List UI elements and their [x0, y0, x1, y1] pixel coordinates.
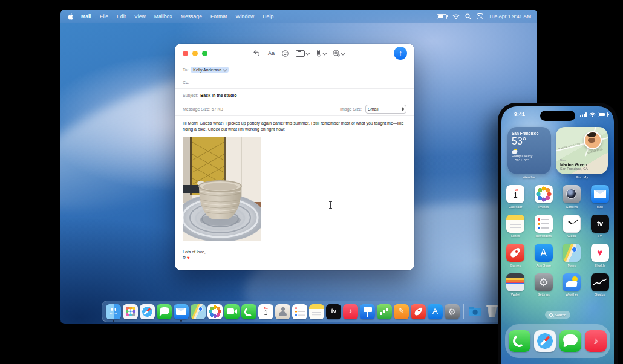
dock-icon-contacts[interactable]: [275, 304, 290, 319]
weather-widget-label: Weather: [523, 175, 536, 179]
close-button[interactable]: [183, 51, 188, 56]
iphone-device: 9:41 San Francisco 53° Partly Cloudy H:5…: [498, 103, 618, 364]
iphone-app-reminders[interactable]: Reminders: [530, 215, 558, 238]
iphone-app-notes[interactable]: Notes: [501, 215, 530, 238]
menu-item[interactable]: File: [96, 13, 113, 19]
weather-hi-lo: H:56° L:50°: [512, 158, 551, 162]
menubar-clock[interactable]: Tue Apr 1 9:41 AM: [489, 13, 531, 19]
iphone-app-weather[interactable]: Weather: [558, 273, 586, 297]
attach-button[interactable]: [316, 50, 326, 57]
dock-icon-games[interactable]: [411, 304, 426, 319]
body-paragraph: Hi Mom! Guess what? I picked up pottery …: [183, 120, 406, 132]
wifi-icon[interactable]: [452, 14, 460, 19]
dock-icon-notes[interactable]: [309, 304, 324, 319]
menu-item[interactable]: Window: [232, 13, 259, 19]
dock-separator: [463, 304, 464, 319]
subject-field[interactable]: Subject: Back in the studio: [175, 88, 414, 102]
menu-item[interactable]: Edit: [113, 13, 130, 19]
iphone-app-appstore[interactable]: A App Store: [530, 244, 558, 267]
message-body[interactable]: Hi Mom! Guess what? I picked up pottery …: [175, 115, 414, 261]
stepper-icon: [402, 107, 404, 111]
to-field[interactable]: To: Kelly Anderson: [175, 63, 414, 76]
subject-label: Subject:: [183, 93, 198, 97]
weather-temp: 53°: [512, 136, 551, 147]
undo-button[interactable]: [253, 50, 261, 56]
iphone-app-clock[interactable]: Clock: [558, 215, 586, 238]
memoji-avatar: [584, 131, 602, 149]
weather-widget[interactable]: San Francisco 53° Partly Cloudy H:56° L:…: [507, 127, 551, 174]
zoom-button[interactable]: [202, 51, 207, 56]
message-size-row: Message Size: 57 KB Image Size: Small: [175, 102, 414, 115]
menu-item[interactable]: Help: [258, 13, 278, 19]
findmy-place: Marina Green: [560, 163, 588, 167]
dock-icon-appstore[interactable]: A: [428, 304, 443, 319]
subject-value: Back in the studio: [200, 93, 236, 97]
dock-icon-music[interactable]: ♪: [343, 304, 358, 319]
search-icon[interactable]: [465, 13, 471, 19]
iphone-app-calendar[interactable]: Tue 1 Calendar: [501, 185, 530, 209]
format-button[interactable]: Aa: [268, 50, 275, 56]
findmy-widget[interactable]: MARINA GREEN DR MARINA BLVD Now Marina G…: [556, 127, 608, 174]
dock-icon-maps[interactable]: [191, 304, 206, 319]
ibeam-cursor: [328, 201, 333, 209]
iphone-app-games[interactable]: Games: [501, 244, 530, 267]
iphone-app-stocks[interactable]: Stocks: [586, 273, 615, 297]
dock-icon-messages[interactable]: [157, 304, 172, 319]
pottery-photo-attachment[interactable]: [183, 137, 261, 241]
iphone-dock-phone[interactable]: [509, 330, 530, 352]
iphone-app-wallet[interactable]: Wallet: [501, 273, 530, 297]
running-indicator: [113, 320, 114, 322]
minimize-button[interactable]: [192, 51, 198, 56]
dock-icon-downloads[interactable]: ↓: [468, 304, 483, 319]
dock-icon-safari[interactable]: [140, 304, 155, 319]
control-center-icon[interactable]: [477, 13, 483, 19]
iphone-app-mail[interactable]: Mail: [586, 185, 615, 209]
dock-icon-keynote[interactable]: [360, 304, 375, 319]
menu-item[interactable]: View: [130, 13, 150, 19]
iphone-app-maps[interactable]: Maps: [558, 244, 586, 267]
dock-icon-reminders[interactable]: [292, 304, 307, 319]
weather-city: San Francisco: [512, 131, 551, 135]
iphone-dock-messages[interactable]: [559, 330, 581, 352]
apple-menu[interactable]: [68, 13, 73, 20]
dynamic-island: [540, 111, 575, 121]
iphone-app-camera[interactable]: Camera: [558, 185, 586, 209]
menu-item[interactable]: Format: [206, 13, 232, 19]
dock-icon-numbers[interactable]: [377, 304, 392, 319]
menu-item[interactable]: Message: [177, 13, 206, 19]
iphone-app-health[interactable]: ♥ Health: [586, 244, 615, 267]
dock-icon-mail[interactable]: [174, 304, 189, 319]
dock-icon-finder[interactable]: [106, 304, 121, 319]
cc-field[interactable]: Cc:: [175, 76, 414, 88]
iphone-app-tv[interactable]: tv TV: [586, 215, 615, 238]
dock-icon-phone[interactable]: [241, 304, 256, 319]
status-time: 9:41: [514, 111, 525, 117]
recipient-pill[interactable]: Kelly Anderson: [191, 67, 228, 73]
emoji-button[interactable]: [282, 50, 289, 57]
cc-label: Cc:: [183, 80, 189, 85]
insert-photo-button[interactable]: [333, 50, 344, 57]
iphone-app-photos[interactable]: Photos: [530, 185, 558, 209]
header-fields-button[interactable]: [296, 50, 309, 57]
iphone-app-settings[interactable]: ⚙ Settings: [530, 273, 558, 297]
closing-line: Lots of love,: [183, 250, 406, 255]
battery-icon[interactable]: [437, 14, 447, 19]
iphone-dock-safari[interactable]: [534, 330, 556, 352]
dock-icon-settings[interactable]: ⚙: [445, 304, 460, 319]
menu-item-mail[interactable]: Mail: [77, 13, 96, 19]
iphone-dock-music[interactable]: ♪: [585, 330, 607, 352]
dock-icon-launchpad[interactable]: [123, 304, 138, 319]
dock-icon-calendar[interactable]: Tue 1: [258, 304, 273, 319]
menu-item[interactable]: Mailbox: [150, 13, 177, 19]
image-size-label: Image Size:: [340, 107, 362, 111]
battery-icon: [598, 112, 608, 117]
send-button[interactable]: ↑: [394, 47, 407, 60]
spotlight-search-pill[interactable]: Search: [545, 311, 570, 319]
avatar-pin-tail: [592, 148, 595, 150]
dock-icon-facetime[interactable]: [224, 304, 240, 319]
mail-compose-window: Aa ↑ To: Kelly Anderson: [175, 44, 414, 270]
image-size-select[interactable]: Small: [365, 105, 406, 114]
dock-icon-tv[interactable]: tv: [326, 304, 341, 319]
dock-icon-photos[interactable]: [207, 304, 223, 319]
dock-icon-pages[interactable]: ✎: [394, 304, 409, 319]
